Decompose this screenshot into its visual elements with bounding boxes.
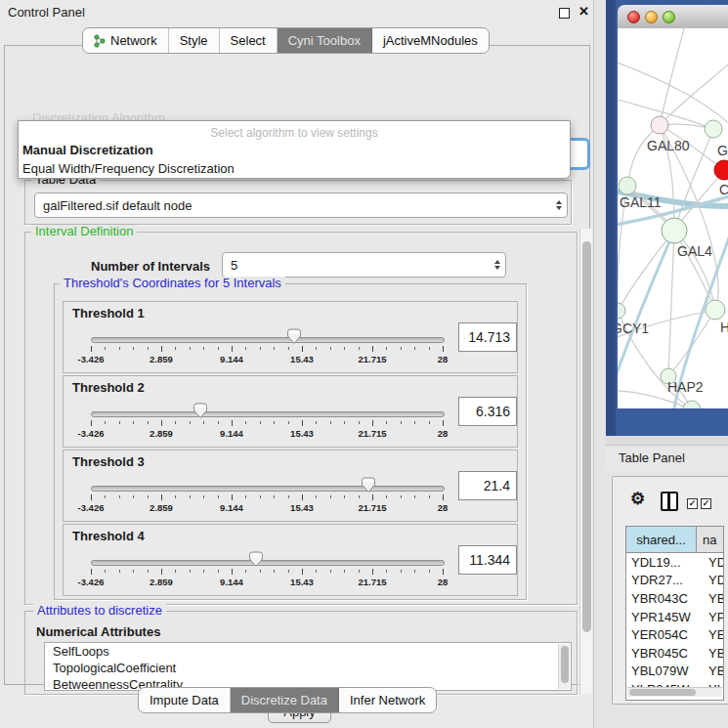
network-node-gcy1[interactable]	[618, 303, 625, 319]
spinner-icon[interactable]	[490, 260, 505, 270]
scrollbar-thumb[interactable]	[629, 689, 696, 696]
network-canvas[interactable]: GAL80GACGAL11GAL4GCY1HHAP2	[618, 28, 728, 408]
threshold-slider-thumb[interactable]	[193, 403, 208, 419]
table-row[interactable]: YDL19...YDL1	[626, 553, 723, 572]
threshold-slider-track[interactable]	[91, 411, 445, 417]
attributes-scrollbar[interactable]	[558, 644, 570, 689]
cell-name[interactable]: YPR1	[702, 608, 723, 626]
table-row[interactable]: YBR043CYBR0	[626, 589, 723, 608]
attribute-item-selfloops[interactable]: SelfLoops	[45, 643, 571, 660]
tick-mark	[218, 495, 219, 498]
cell-shared-name[interactable]: YDL19...	[626, 553, 702, 572]
threshold-value-field[interactable]: 21.4	[458, 471, 517, 500]
cell-shared-name[interactable]: YPR145W	[626, 608, 702, 626]
tick-mark	[429, 570, 430, 573]
threshold-value-field[interactable]: 14.713	[458, 322, 517, 352]
slider-ticks	[91, 569, 443, 576]
table-row[interactable]: YPR145WYPR1	[626, 608, 723, 626]
threshold-label: Threshold 2	[72, 380, 145, 395]
threshold-value-field[interactable]: 6.316	[458, 397, 517, 426]
algorithm-option-manual-discretization[interactable]: Manual Discretization	[19, 142, 570, 158]
attribute-item-topologicalcoefficient[interactable]: TopologicalCoefficient	[45, 660, 571, 676]
cell-name[interactable]: YBR0	[702, 589, 723, 608]
table-row[interactable]: YER054CYER0	[626, 625, 723, 644]
checkbox-icon[interactable]: ✓	[687, 498, 698, 509]
threshold-slider-thumb[interactable]	[286, 328, 302, 345]
checkbox-icon[interactable]: ✓	[701, 498, 711, 509]
threshold-slider-track[interactable]	[91, 560, 445, 566]
tick-mark	[175, 421, 176, 424]
number-of-intervals-combobox[interactable]: 5	[222, 252, 506, 278]
tick-mark	[260, 495, 261, 498]
cell-name[interactable]: YDR2	[702, 572, 723, 590]
cell-shared-name[interactable]: YER054C	[626, 625, 702, 644]
columns-icon[interactable]	[661, 492, 678, 511]
threshold-panel-2: Threshold 2-3.4262.8599.14415.4321.71528…	[63, 375, 518, 448]
thresholds-group: Threshold's Coordinates for 5 Intervals …	[54, 283, 527, 600]
close-icon[interactable]: ✕	[578, 4, 589, 19]
spinner-icon[interactable]	[551, 200, 567, 210]
zoom-traffic-light[interactable]	[663, 11, 675, 23]
threshold-slider-thumb[interactable]	[248, 551, 264, 568]
cell-name[interactable]: YER0	[702, 625, 723, 644]
minimize-traffic-light[interactable]	[645, 11, 658, 23]
cell-name[interactable]: YBL0	[702, 663, 723, 681]
node-label-c: C	[719, 182, 728, 197]
network-node-gal80[interactable]	[651, 116, 668, 134]
tab-network[interactable]: Network	[83, 28, 169, 53]
gear-icon[interactable]: ⚙	[630, 491, 645, 507]
close-traffic-light[interactable]	[627, 11, 640, 23]
tick-mark	[344, 421, 345, 424]
table-panel-titlebar: Table Panel	[606, 445, 728, 472]
scrollbar-thumb[interactable]	[582, 241, 591, 632]
tab-impute-data[interactable]: Impute Data	[139, 688, 231, 712]
table-data-combobox[interactable]: galFiltered.sif default node	[34, 193, 568, 218]
tick-mark	[414, 570, 415, 573]
threshold-slider-track[interactable]	[91, 337, 445, 343]
cell-name[interactable]: YBR0	[702, 644, 723, 663]
network-node-red-node[interactable]	[714, 160, 728, 180]
cell-shared-name[interactable]: YBL079W	[626, 663, 702, 681]
float-window-icon[interactable]	[559, 8, 570, 19]
table-hscrollbar[interactable]	[627, 687, 722, 697]
tick-mark	[386, 347, 387, 350]
cell-shared-name[interactable]: YBR045C	[626, 644, 702, 663]
tick-mark	[302, 346, 303, 352]
table-row[interactable]: YBL079WYBL0	[626, 663, 723, 681]
cell-shared-name[interactable]: YDR27...	[626, 572, 702, 590]
scrollbar-thumb[interactable]	[561, 646, 569, 683]
tick-label: 28	[438, 428, 449, 439]
network-node-gal4[interactable]	[662, 218, 687, 243]
tab-select[interactable]: Select	[220, 28, 278, 53]
network-node-top-node[interactable]	[705, 120, 722, 138]
tab-infer-network[interactable]: Infer Network	[339, 688, 436, 712]
tick-mark	[105, 495, 106, 498]
column-header-shared-name[interactable]: shared...	[626, 527, 697, 552]
network-node-gal11[interactable]	[619, 177, 636, 194]
tab-discretize-data[interactable]: Discretize Data	[231, 688, 339, 712]
network-node-h-node[interactable]	[706, 300, 725, 320]
numerical-attributes-list[interactable]: SelfLoopsTopologicalCoefficientBetweenne…	[44, 642, 572, 691]
tab-label: Infer Network	[350, 693, 425, 707]
threshold-slider-track[interactable]	[91, 486, 445, 492]
table-row[interactable]: YBR045CYBR0	[626, 644, 723, 663]
tab-style[interactable]: Style	[169, 28, 220, 53]
algorithm-option-equal-width-frequency-discretization[interactable]: Equal Width/Frequency Discretization	[19, 160, 570, 177]
cell-shared-name[interactable]: YBR043C	[626, 589, 702, 608]
network-window-titlebar[interactable]	[618, 5, 728, 29]
node-table: shared... na YDL19...YDL1YDR27...YDR2YBR…	[625, 526, 724, 701]
column-header-name[interactable]: na	[697, 527, 723, 552]
slider-ticks	[91, 494, 443, 501]
tab-jactivemnodules[interactable]: jActiveMNodules	[372, 28, 489, 53]
tab-cyni-toolbox[interactable]: Cyni Toolbox	[278, 28, 372, 53]
panel-scrollbar[interactable]	[579, 229, 592, 694]
cell-name[interactable]: YDL1	[702, 553, 723, 572]
tab-label: Network	[110, 33, 157, 48]
tick-mark	[245, 421, 246, 424]
table-row[interactable]: YDR27...YDR2	[626, 572, 723, 590]
network-node-bottom-node[interactable]	[683, 401, 701, 408]
tick-mark	[245, 570, 246, 573]
tick-mark	[245, 495, 246, 498]
threshold-value-field[interactable]: 11.344	[458, 545, 517, 575]
threshold-slider-thumb[interactable]	[361, 477, 376, 493]
